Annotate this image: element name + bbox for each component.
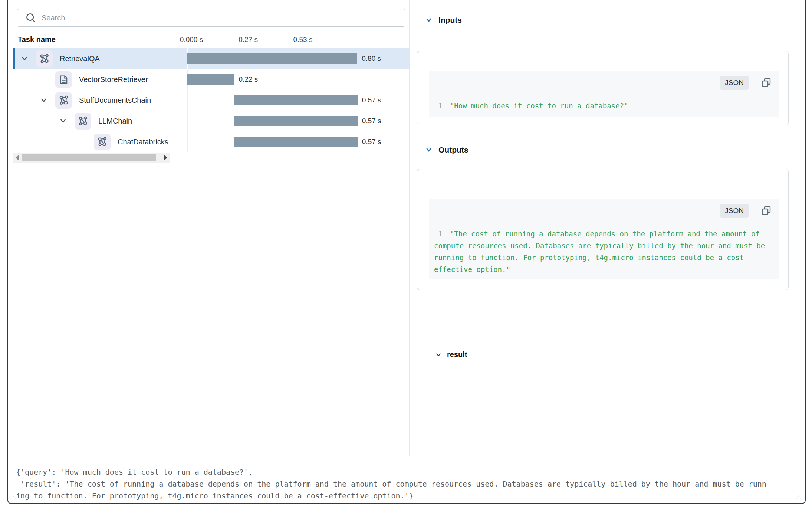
chain-icon-tile <box>55 92 72 109</box>
timeline-gridline <box>187 111 188 131</box>
query-code-block: JSON 1"How much does it cost to run a da… <box>429 71 779 117</box>
chain-icon-tile <box>75 113 91 130</box>
document-icon <box>59 75 69 85</box>
task-name-cell: StuffDocumentsChain <box>13 90 169 111</box>
task-row[interactable]: VectorStoreRetriever0.22 s <box>13 69 409 90</box>
cell-output-text: {'query': 'How much does it cost to run … <box>16 466 798 502</box>
duration-label: 0.22 s <box>239 69 258 90</box>
duration-label: 0.57 s <box>362 111 381 131</box>
result-code-block: JSON 1"The cost of running a database de… <box>429 199 779 279</box>
task-name-cell: LLMChain <box>13 111 169 131</box>
search-box[interactable] <box>17 9 405 27</box>
outputs-title: Outputs <box>438 145 468 154</box>
code-line: compute resources used. Databases are ty… <box>434 240 773 252</box>
chain-icon <box>78 116 89 127</box>
task-row[interactable]: LLMChain0.57 s <box>13 111 409 131</box>
output-line: ing to function. For prototyping, t4g.mi… <box>16 490 798 502</box>
code-line: running to function. For prototyping, t4… <box>434 252 773 263</box>
chain-icon <box>58 95 69 106</box>
task-name-cell: VectorStoreRetriever <box>13 69 169 90</box>
outputs-section-header[interactable]: Outputs <box>425 145 468 154</box>
chain-icon <box>97 137 108 148</box>
input-query-card: query JSON 1"How much does it cost to ru… <box>417 51 789 125</box>
span-tree: RetrievalQA0.80 sVectorStoreRetriever0.2… <box>13 48 409 152</box>
result-collapse-row[interactable]: result <box>435 350 467 359</box>
code-line: 1"The cost of running a database depends… <box>434 228 773 240</box>
task-name-cell: RetrievalQA <box>13 48 169 69</box>
json-format-badge: JSON <box>720 204 749 218</box>
output-result-card: result JSON 1"The cost of running a data… <box>417 169 789 290</box>
chain-icon-tile <box>94 134 111 150</box>
chain-icon <box>39 53 50 65</box>
duration-bar <box>234 116 358 126</box>
output-line: 'result': 'The cost of running a databas… <box>16 478 798 490</box>
task-name-label: ChatDatabricks <box>118 131 168 152</box>
timeline-gridline <box>187 90 188 111</box>
timeline-tick-label: 0.27 s <box>239 36 258 44</box>
chevron-down-icon[interactable] <box>435 351 442 358</box>
duration-bar <box>187 74 234 85</box>
task-row[interactable]: ChatDatabricks0.57 s <box>13 131 409 152</box>
timeline-gridline <box>187 131 188 152</box>
search-input[interactable] <box>36 9 405 26</box>
duration-bar <box>234 95 358 105</box>
timeline-tick-label: 0.53 s <box>293 36 313 44</box>
task-row[interactable]: RetrievalQA0.80 s <box>13 48 409 69</box>
document-icon-tile <box>55 71 72 88</box>
inputs-section-header[interactable]: Inputs <box>425 16 462 24</box>
task-name-cell: ChatDatabricks <box>13 131 169 152</box>
chevron-down-icon[interactable] <box>425 16 433 24</box>
chevron-down-icon[interactable] <box>20 55 29 63</box>
task-name-column-header: Task name <box>18 35 56 44</box>
field-name-result: result <box>447 350 467 359</box>
duration-label: 0.57 s <box>362 90 381 111</box>
inputs-title: Inputs <box>438 16 462 24</box>
task-name-label: RetrievalQA <box>60 48 100 69</box>
duration-bar <box>187 53 357 64</box>
json-format-badge: JSON <box>720 76 749 90</box>
scrollbar-thumb[interactable] <box>22 154 156 161</box>
duration-label: 0.57 s <box>362 131 381 152</box>
copy-icon[interactable] <box>761 205 772 216</box>
panel-divider <box>409 0 410 456</box>
chevron-down-icon[interactable] <box>425 146 433 154</box>
search-icon <box>25 12 36 23</box>
duration-label: 0.80 s <box>362 48 381 69</box>
code-line: 1"How much does it cost to run a databas… <box>434 100 773 112</box>
timeline-gridline <box>299 69 299 90</box>
output-line: {'query': 'How much does it cost to run … <box>16 466 798 478</box>
scroll-left-arrow[interactable] <box>13 153 21 163</box>
horizontal-scrollbar[interactable] <box>13 153 170 163</box>
task-name-label: VectorStoreRetriever <box>79 69 148 90</box>
copy-icon[interactable] <box>761 77 772 88</box>
task-row[interactable]: StuffDocumentsChain0.57 s <box>13 90 409 111</box>
chevron-down-icon[interactable] <box>59 117 67 125</box>
task-name-label: StuffDocumentsChain <box>79 90 151 111</box>
scroll-right-arrow[interactable] <box>162 153 170 163</box>
chain-icon-tile <box>36 50 53 67</box>
task-name-label: LLMChain <box>98 111 132 131</box>
duration-bar <box>234 137 358 147</box>
chevron-down-icon[interactable] <box>40 96 48 104</box>
code-line: effective option." <box>434 263 773 275</box>
timeline-tick-label: 0.000 s <box>180 36 203 44</box>
